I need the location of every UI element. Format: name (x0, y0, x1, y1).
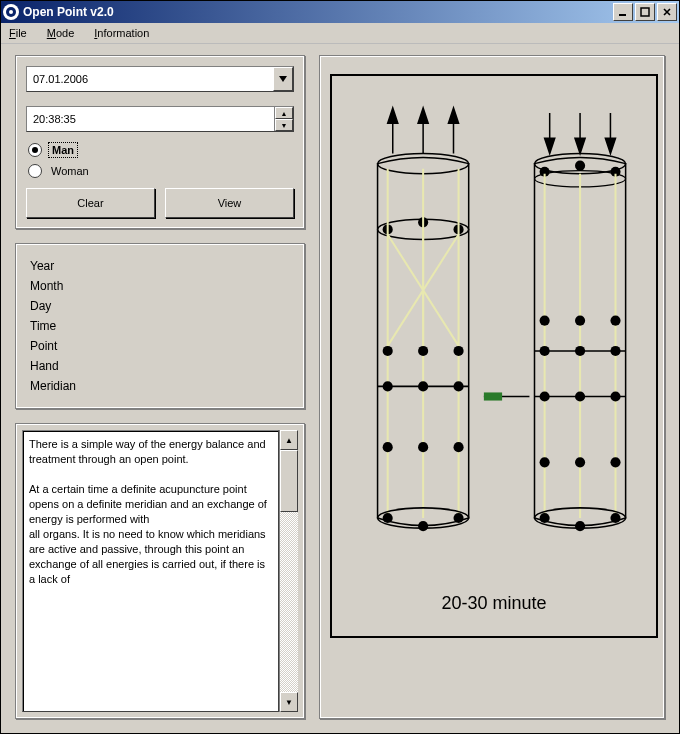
time-spin-up[interactable]: ▲ (275, 107, 293, 119)
svg-marker-10 (448, 108, 458, 123)
info-scrollbar[interactable]: ▲ ▼ (279, 430, 298, 712)
svg-point-27 (418, 381, 428, 391)
scroll-track[interactable] (280, 450, 298, 692)
app-window: Open Point v2.0 File Mode Information (0, 0, 680, 734)
svg-rect-3 (641, 8, 649, 16)
svg-rect-2 (619, 14, 626, 16)
gender-man-row[interactable]: Man (28, 142, 294, 158)
right-cylinder (535, 113, 626, 531)
labels-group: Year Month Day Time Point Hand Meridian (15, 243, 305, 409)
svg-point-28 (454, 381, 464, 391)
svg-point-58 (610, 346, 620, 356)
svg-point-67 (540, 513, 550, 523)
svg-point-34 (418, 521, 428, 531)
time-input[interactable] (27, 107, 274, 131)
date-dropdown-button[interactable] (273, 67, 293, 91)
menubar: File Mode Information (1, 23, 679, 44)
svg-point-23 (418, 346, 428, 356)
diagram-svg (332, 76, 656, 636)
svg-point-31 (454, 442, 464, 452)
diagram-caption: 20-30 minute (332, 593, 656, 614)
diagram-frame: 20-30 minute (330, 74, 658, 638)
svg-point-69 (610, 513, 620, 523)
svg-point-29 (383, 442, 393, 452)
info-group: There is a simple way of the energy bala… (15, 423, 305, 719)
label-meridian: Meridian (30, 376, 290, 396)
label-day: Day (30, 296, 290, 316)
radio-man[interactable] (28, 143, 42, 157)
view-button[interactable]: View (165, 188, 294, 218)
svg-point-56 (540, 346, 550, 356)
date-input[interactable] (27, 67, 273, 91)
svg-point-54 (610, 316, 620, 326)
clear-button[interactable]: Clear (26, 188, 155, 218)
svg-point-30 (418, 442, 428, 452)
svg-marker-41 (575, 138, 585, 153)
window-title: Open Point v2.0 (23, 5, 613, 19)
svg-point-62 (610, 391, 620, 401)
svg-marker-39 (545, 138, 555, 153)
time-spin-down[interactable]: ▼ (275, 119, 293, 131)
close-button[interactable] (657, 3, 677, 21)
svg-point-22 (383, 346, 393, 356)
date-combo[interactable] (26, 66, 294, 92)
svg-point-64 (575, 457, 585, 467)
svg-point-1 (9, 10, 13, 14)
time-spin-buttons[interactable]: ▲ ▼ (274, 107, 293, 131)
info-textarea[interactable]: There is a simple way of the energy bala… (22, 430, 279, 712)
svg-point-60 (540, 391, 550, 401)
titlebar: Open Point v2.0 (1, 1, 679, 23)
svg-point-35 (454, 513, 464, 523)
scroll-up-button[interactable]: ▲ (280, 430, 298, 450)
radio-woman-label: Woman (48, 164, 92, 178)
gender-woman-row[interactable]: Woman (28, 164, 294, 178)
scroll-down-button[interactable]: ▼ (280, 692, 298, 712)
app-icon (3, 4, 19, 20)
label-year: Year (30, 256, 290, 276)
svg-point-26 (383, 381, 393, 391)
needle-icon (484, 392, 530, 400)
svg-point-47 (575, 161, 585, 171)
svg-marker-8 (418, 108, 428, 123)
inputs-group: ▲ ▼ Man Woman Clear View (15, 55, 305, 229)
left-column: ▲ ▼ Man Woman Clear View (15, 55, 305, 719)
button-row: Clear View (26, 188, 294, 218)
diagram-group: 20-30 minute (319, 55, 665, 719)
maximize-button[interactable] (635, 3, 655, 21)
label-hand: Hand (30, 356, 290, 376)
svg-point-53 (575, 316, 585, 326)
svg-point-24 (454, 346, 464, 356)
time-spinner[interactable]: ▲ ▼ (26, 106, 294, 132)
svg-point-63 (540, 457, 550, 467)
radio-man-label: Man (48, 142, 78, 158)
scroll-thumb[interactable] (280, 450, 298, 512)
svg-marker-4 (279, 76, 287, 82)
svg-point-33 (383, 513, 393, 523)
label-time: Time (30, 316, 290, 336)
svg-point-57 (575, 346, 585, 356)
svg-point-65 (610, 457, 620, 467)
menu-file[interactable]: File (5, 25, 31, 41)
window-controls (613, 3, 677, 21)
svg-point-52 (540, 316, 550, 326)
minimize-button[interactable] (613, 3, 633, 21)
svg-point-61 (575, 391, 585, 401)
right-column: 20-30 minute (319, 55, 665, 719)
svg-rect-37 (484, 392, 502, 400)
left-cylinder (378, 108, 469, 531)
radio-woman[interactable] (28, 164, 42, 178)
label-point: Point (30, 336, 290, 356)
svg-marker-6 (388, 108, 398, 123)
menu-information[interactable]: Information (90, 25, 153, 41)
label-month: Month (30, 276, 290, 296)
svg-point-68 (575, 521, 585, 531)
menu-mode[interactable]: Mode (43, 25, 79, 41)
svg-marker-43 (605, 138, 615, 153)
client-area: ▲ ▼ Man Woman Clear View (1, 45, 679, 733)
